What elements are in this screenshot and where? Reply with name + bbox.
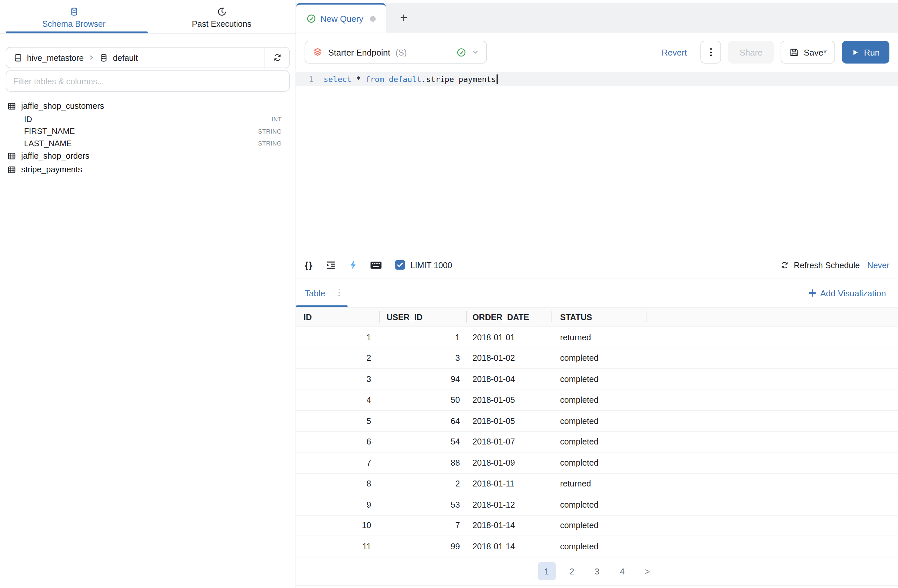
query-tabstrip: New Query + [296,0,898,33]
text-caret [496,74,497,84]
sql-line-code: select * from default.stripe_payments [324,74,496,84]
query-kebab-menu-button[interactable] [701,41,721,63]
add-visualization-label: Add Visualization [820,288,886,297]
schema-column-item[interactable]: IDINT [0,113,295,125]
page-button-1[interactable]: 1 [538,562,556,580]
table-cell: 6 [296,432,380,452]
table-cell: 99 [380,536,466,556]
save-button[interactable]: Save* [781,41,835,63]
table-cell: 2018-01-02 [467,348,552,368]
table-row: 4502018-01-05completed [296,390,898,411]
schema-table-item[interactable]: stripe_payments [0,163,295,177]
history-clock-icon [217,7,226,16]
table-cell: 2018-01-14 [467,536,552,556]
tab-table[interactable]: Table [304,288,325,297]
table-row: 112018-01-01returned [296,327,898,348]
format-query-button[interactable]: {} [304,260,313,270]
keyboard-icon [370,260,382,269]
share-button[interactable]: Share [728,41,774,63]
table-row: 3942018-01-04completed [296,369,898,389]
table-row: 11992018-01-14completed [296,536,898,557]
pagination: 1234> [296,557,898,585]
column-header-order_date[interactable]: ORDER_DATE [467,308,552,326]
breadcrumb-catalog[interactable]: hive_metastore [27,53,84,62]
sql-token: default [389,74,421,84]
table-cell: completed [552,494,647,514]
column-type: STRING [258,127,282,134]
table-row: 232018-01-02completed [296,348,898,369]
refresh-schema-button[interactable] [264,48,289,68]
active-tab-indicator [6,31,148,33]
schema-table-item[interactable]: jaffle_shop_customers [0,99,295,113]
table-cell: 9 [296,494,380,514]
next-page-button[interactable]: > [638,562,656,580]
indent-icon [326,260,336,270]
refresh-schedule-value[interactable]: Never [867,260,889,269]
revert-button[interactable]: Revert [659,41,689,63]
schema-column-item[interactable]: LAST_NAMESTRING [0,137,295,149]
table-cell-filler [647,348,898,368]
table-cell: completed [552,411,647,431]
filter-input[interactable] [6,76,289,86]
table-cell: completed [552,348,647,368]
breadcrumb[interactable]: hive_metastore default [6,53,264,62]
table-row: 1072018-01-14completed [296,515,898,536]
table-cell: 2018-01-11 [467,474,552,494]
play-icon [852,48,860,56]
new-tab-button[interactable]: + [386,3,421,33]
keyboard-shortcuts-button[interactable] [370,260,382,269]
table-cell: 3 [296,369,380,389]
table-name: stripe_payments [21,165,82,174]
catalog-book-icon [13,53,23,62]
auto-indent-button[interactable] [326,260,336,270]
tab-past-executions[interactable]: Past Executions [148,0,295,33]
tab-schema-browser[interactable]: Schema Browser [0,0,148,33]
table-cell: 7 [380,515,466,536]
column-name: ID [24,114,32,124]
table-icon [8,165,16,174]
limit-label: LIMIT 1000 [410,260,452,269]
endpoint-selector[interactable]: Starter Endpoint (S) [304,41,487,63]
table-cell: 88 [380,453,466,473]
run-button[interactable]: Run [842,41,889,63]
table-icon [8,102,16,110]
table-cell-filler [647,474,898,494]
table-cell: 2018-01-14 [467,515,552,536]
column-header-user_id[interactable]: USER_ID [380,308,466,326]
database-icon [69,7,79,16]
check-circle-icon [307,14,317,23]
table-cell: 54 [380,432,466,452]
page-button-3[interactable]: 3 [588,562,606,580]
table-name: jaffle_shop_orders [21,151,89,160]
autocomplete-toggle-button[interactable] [349,260,357,269]
sql-editor[interactable]: 1 select * from default.stripe_payments [296,72,898,252]
limit-1000-toggle[interactable]: LIMIT 1000 [395,260,452,269]
table-cell: 2018-01-01 [467,327,552,347]
query-tab-label: New Query [320,14,363,23]
table-cell: completed [552,369,647,389]
breadcrumb-schema[interactable]: default [113,53,138,62]
results-kebab-icon[interactable] [338,289,340,296]
query-tab-new-query[interactable]: New Query [296,3,386,33]
table-cell-filler [647,327,898,347]
limit-checkbox[interactable] [395,260,405,269]
tab-label: Schema Browser [42,19,106,28]
table-cell: 10 [296,515,380,536]
page-button-2[interactable]: 2 [563,562,581,580]
endpoint-status-check-icon [457,47,466,57]
table-cell: 50 [380,390,466,410]
results-header-row: IDUSER_IDORDER_DATESTATUS [296,307,898,327]
table-cell-filler [647,432,898,452]
sql-token: select [324,74,351,84]
schema-column-item[interactable]: FIRST_NAMESTRING [0,125,295,137]
schema-table-item[interactable]: jaffle_shop_orders [0,149,295,163]
add-visualization-button[interactable]: Add Visualization [809,288,889,297]
table-cell: completed [552,390,647,410]
results-panel: Table Add Visualization IDUSER_IDORDER_D… [296,279,898,586]
column-header-label: STATUS [560,312,592,322]
column-header-id[interactable]: ID [296,308,380,326]
column-header-status[interactable]: STATUS [552,308,647,326]
page-button-4[interactable]: 4 [613,562,631,580]
column-name: LAST_NAME [24,138,72,148]
table-cell-filler [647,494,898,514]
